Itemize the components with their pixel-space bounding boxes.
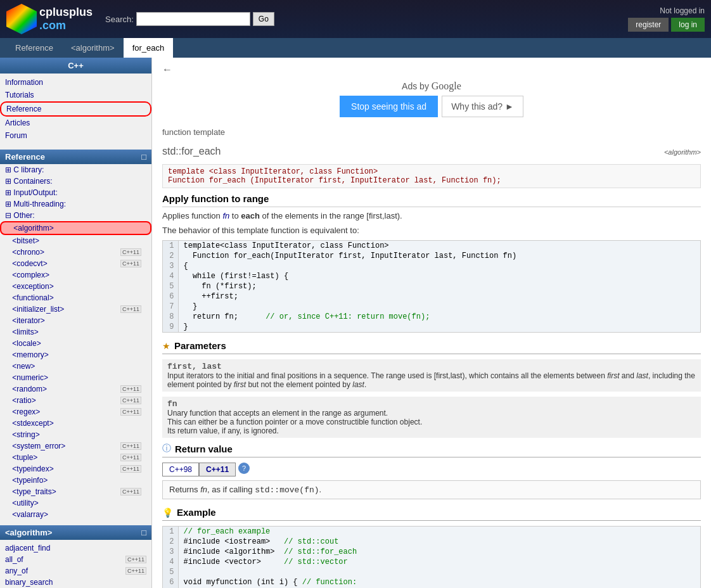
algo-expand-icon[interactable]: □ [141,528,146,537]
ref-type-traits[interactable]: <type_traits>C++11 [0,486,151,497]
ref-locale[interactable]: <locale> [0,338,151,349]
ref-limits[interactable]: <limits> [0,326,151,338]
ref-initializer[interactable]: <initializer_list>C++11 [0,304,151,315]
example-code-snippet: 1 // for_each example 2 #include <iostre… [162,526,701,588]
example-section: 💡 Example 1 // for_each example 2 #inclu… [162,507,701,588]
algo-list: adjacent_find all_ofC++11 any_ofC++11 bi… [0,540,151,588]
ref-exception[interactable]: <exception> [0,281,151,292]
ref-bitset[interactable]: <bitset> [0,235,151,246]
ref-new[interactable]: <new> [0,361,151,372]
algo-adjacent-find[interactable]: adjacent_find [0,542,151,554]
code-row-7: 7 } [163,302,700,312]
parameters-title: Parameters [174,340,226,351]
sidebar-title: C++ [0,58,151,74]
example-code-table: 1 // for_each example 2 #include <iostre… [163,527,700,588]
example-header: 💡 Example [162,507,701,521]
tab-reference[interactable]: Reference [6,38,62,58]
parameters-header: ★ Parameters [162,340,701,354]
param2-row: fn Unary function that accepts an elemen… [162,397,701,438]
code-row-8: 8 return fn; // or, since C++11: return … [163,312,700,322]
code-row-1: 1 template<class InputIterator, class Fu… [163,241,700,251]
stop-seeing-ad-button[interactable]: Stop seeing this ad [340,96,438,117]
topbar: cplusplus.com Search: Go Not logged in r… [0,0,711,38]
template-code-block: template <class InputIterator, class Fun… [162,164,701,188]
ex-row-1: 1 // for_each example [163,527,700,537]
why-this-ad-button[interactable]: Why this ad? ► [442,96,523,117]
cpp11-tab[interactable]: C++11 [199,463,236,476]
ref-numeric[interactable]: <numeric> [0,372,151,383]
back-arrow[interactable]: ← [162,64,172,75]
param1-name: first, last [167,362,696,371]
cpp98-tab[interactable]: C++98 [162,463,199,476]
algo-any-of[interactable]: any_ofC++11 [0,565,151,577]
template-code-line1: template <class InputIterator, class Fun… [168,167,695,176]
go-button[interactable]: Go [253,12,274,26]
ref-valarray[interactable]: <valarray> [0,509,151,520]
algo-section-header: <algorithm> □ [0,525,151,540]
sidebar-item-forum[interactable]: Forum [0,129,151,142]
reference-expand-icon[interactable]: □ [141,152,146,162]
ref-containers[interactable]: ⊞ Containers: [0,176,151,187]
ref-random[interactable]: <random>C++11 [0,383,151,395]
ex-row-5: 5 [163,567,700,577]
ref-complex[interactable]: <complex> [0,269,151,281]
logo-area: cplusplus.com [6,4,93,34]
example-title: Example [177,507,216,518]
func-template-label: function template [162,127,701,137]
algo-all-of[interactable]: all_ofC++11 [0,554,151,565]
ref-ratio[interactable]: <ratio>C++11 [0,395,151,406]
ref-utility[interactable]: <utility> [0,497,151,509]
cpp-tabs: C++98 C++11 ? [162,463,701,476]
search-input[interactable] [136,12,250,26]
sidebar-item-reference[interactable]: Reference [0,101,151,117]
tab-for-each[interactable]: for_each [124,38,174,58]
code-table: 1 template<class InputIterator, class Fu… [163,241,700,332]
ref-io[interactable]: ⊞ Input/Output: [0,187,151,198]
algo-binary-search[interactable]: binary_search [0,577,151,588]
why-this-ad-icon: ► [505,101,514,112]
example-icon: 💡 [162,508,173,518]
sidebar-item-articles[interactable]: Articles [0,117,151,129]
search-label: Search: [105,15,134,24]
ref-typeindex[interactable]: <typeindex>C++11 [0,463,151,475]
ref-tuple[interactable]: <tuple>C++11 [0,452,151,463]
tab-algorithm[interactable]: <algorithm> [62,38,124,58]
ref-stdexcept[interactable]: <stdexcept> [0,418,151,429]
login-button[interactable]: log in [671,18,705,32]
help-icon[interactable]: ? [238,463,250,474]
ref-chrono[interactable]: <chrono>C++11 [0,246,151,258]
code-row-2: 2 Function for_each(InputIterator first,… [163,251,700,261]
param1-desc: Input iterators to the initial and final… [167,371,696,389]
ref-c-library[interactable]: ⊞ C library: [0,164,151,176]
ex-row-4: 4 #include <vector> // std::vector [163,557,700,567]
sidebar-item-tutorials[interactable]: Tutorials [0,89,151,101]
ex-row-3: 3 #include <algorithm> // std::for_each [163,547,700,557]
algo-section-title: <algorithm> [5,528,52,537]
register-button[interactable]: register [628,18,669,32]
ads-by-google-label: Ads by Google [162,80,701,92]
param2-desc2: This can either be a function pointer or… [167,418,696,426]
ref-other[interactable]: ⊟ Other: [0,210,151,221]
ref-threading[interactable]: ⊞ Multi-threading: [0,198,151,210]
template-code-line2: Function for_each (InputIterator first, … [168,176,695,185]
func-prefix: std:: [162,146,181,157]
ref-system-error[interactable]: <system_error>C++11 [0,440,151,452]
sidebar-item-information[interactable]: Information [0,76,151,89]
ref-iterator[interactable]: <iterator> [0,315,151,326]
sidebar-nav: Information Tutorials Reference Articles… [0,74,151,144]
ad-area: Ads by Google Stop seeing this ad Why th… [162,80,701,117]
ref-string[interactable]: <string> [0,429,151,440]
ref-regex[interactable]: <regex>C++11 [0,406,151,418]
ref-functional[interactable]: <functional> [0,292,151,304]
ref-list: ⊞ C library: ⊞ Containers: ⊞ Input/Outpu… [0,164,151,520]
code-row-5: 5 fn (*first); [163,281,700,291]
ref-memory[interactable]: <memory> [0,349,151,361]
ref-typeinfo[interactable]: <typeinfo> [0,475,151,486]
func-name: std::for_each [162,139,221,159]
param2-desc1: Unary function that accepts an element i… [167,409,696,418]
ref-algorithm[interactable]: <algorithm> [0,221,151,235]
ref-codecvt[interactable]: <codecvt>C++11 [0,258,151,269]
apply-function-title: Apply function to range [162,193,701,207]
logo-text: cplusplus.com [39,6,93,32]
param2-name: fn [167,399,696,409]
